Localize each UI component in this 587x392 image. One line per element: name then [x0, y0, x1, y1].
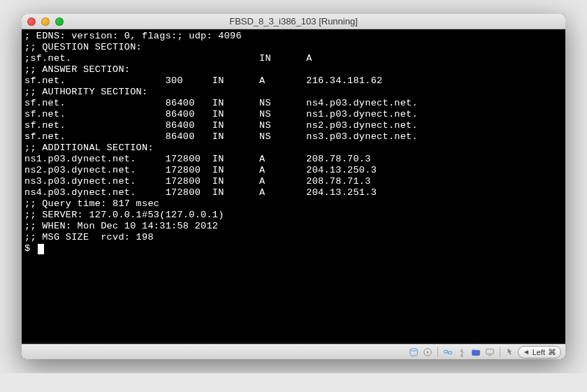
optical-icon[interactable]: [421, 346, 434, 358]
terminal-line: ;; MSG SIZE rcvd: 198: [24, 232, 563, 243]
terminal-line: sf.net. 86400 IN NS ns2.p03.dynect.net.: [24, 120, 563, 131]
svg-rect-3: [444, 350, 447, 353]
mouse-integration-icon[interactable]: [504, 346, 516, 358]
shared-folder-icon[interactable]: [470, 346, 482, 358]
svg-point-6: [461, 354, 463, 356]
network-icon[interactable]: [442, 346, 454, 358]
terminal-cursor: [38, 244, 44, 254]
terminal-line: sf.net. 86400 IN NS ns1.p03.dynect.net.: [24, 109, 563, 120]
terminal-line: ns2.p03.dynect.net. 172800 IN A 204.13.2…: [24, 165, 563, 176]
terminal-line: sf.net. 300 IN A 216.34.181.62: [24, 75, 563, 87]
maximize-button[interactable]: [55, 17, 64, 26]
terminal-line: sf.net. 86400 IN NS ns3.p03.dynect.net.: [24, 131, 563, 143]
terminal-line: ;; QUESTION SECTION:: [24, 42, 563, 53]
terminal-line: ;; Query time: 817 msec: [24, 198, 563, 210]
svg-rect-7: [472, 350, 479, 355]
vm-window: FBSD_8_3_i386_103 [Running] ; EDNS: vers…: [22, 14, 565, 359]
close-button[interactable]: [27, 17, 36, 26]
cmd-symbol: ⌘: [548, 347, 556, 357]
terminal-line: ;; ANSWER SECTION:: [24, 64, 563, 75]
display-icon[interactable]: [484, 346, 496, 358]
svg-point-2: [426, 351, 428, 353]
terminal-line: ;; WHEN: Mon Dec 10 14:31:58 2012: [24, 221, 563, 232]
host-key-button[interactable]: Left ⌘: [518, 346, 561, 358]
svg-rect-4: [449, 351, 451, 354]
svg-point-0: [410, 348, 417, 351]
terminal-line: ;; SERVER: 127.0.0.1#53(127.0.0.1): [24, 210, 563, 221]
terminal-line: ns3.p03.dynect.net. 172800 IN A 208.78.7…: [24, 176, 563, 187]
terminal-line: ns1.p03.dynect.net. 172800 IN A 208.78.7…: [24, 154, 563, 165]
traffic-lights: [27, 17, 64, 26]
terminal-line: ; EDNS: version: 0, flags:; udp: 4096: [24, 31, 563, 42]
host-key-label: Left: [532, 348, 545, 356]
titlebar: FBSD_8_3_i386_103 [Running]: [22, 14, 565, 29]
separator: [500, 347, 500, 357]
terminal-line: ;; ADDITIONAL SECTION:: [24, 143, 563, 154]
minimize-button[interactable]: [41, 17, 50, 26]
terminal-prompt-line: $: [24, 243, 563, 254]
terminal-line: sf.net. 86400 IN NS ns4.p03.dynect.net.: [24, 98, 563, 109]
terminal-prompt: $: [24, 243, 36, 254]
svg-rect-8: [486, 349, 493, 354]
statusbar: Left ⌘: [22, 344, 565, 359]
disk-icon[interactable]: [407, 346, 420, 358]
terminal-line: ;; AUTHORITY SECTION:: [24, 87, 563, 98]
window-title: FBSD_8_3_i386_103 [Running]: [27, 16, 560, 27]
usb-icon[interactable]: [456, 346, 468, 358]
terminal-line: ;sf.net. IN A: [24, 53, 563, 64]
separator: [437, 347, 438, 357]
terminal-content[interactable]: ; EDNS: version: 0, flags:; udp: 4096;; …: [22, 29, 565, 344]
terminal-line: ns4.p03.dynect.net. 172800 IN A 204.13.2…: [24, 187, 563, 198]
